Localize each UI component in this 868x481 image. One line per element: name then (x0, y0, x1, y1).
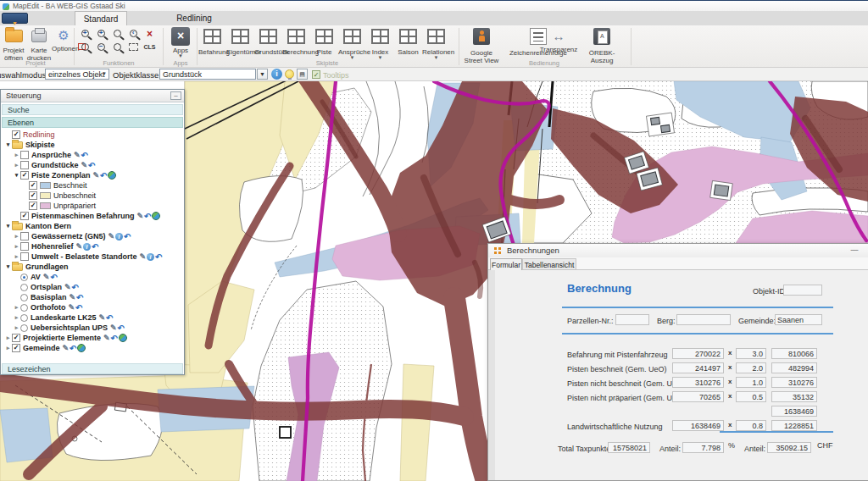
tree-item[interactable]: ✓Beschneit (2, 180, 183, 191)
info-icon[interactable]: i (147, 253, 154, 261)
calc-factor-field[interactable]: 3.0 (736, 348, 766, 359)
calc-result-field[interactable]: 1638469 (771, 406, 817, 417)
edit-icon[interactable]: ✎ (140, 252, 147, 261)
globe-icon[interactable] (108, 171, 116, 180)
application-menu-button[interactable]: ▼ (2, 13, 28, 24)
expand-arrow-icon[interactable]: ▸ (13, 304, 20, 311)
undo-icon[interactable]: ↶ (70, 344, 76, 353)
edit-icon[interactable]: ✎ (43, 273, 50, 281)
undo-icon[interactable]: ↶ (88, 161, 95, 170)
edit-icon[interactable]: ✎ (103, 334, 110, 342)
checkbox[interactable]: ✓ (20, 212, 29, 220)
expand-arrow-icon[interactable]: ▸ (13, 162, 20, 169)
undo-icon[interactable]: ↶ (100, 171, 107, 180)
dialog-minimize-button[interactable]: — (849, 245, 860, 255)
expand-arrow-icon[interactable]: ▾ (13, 172, 20, 179)
tree-item[interactable]: ▸Höhenrelief✎i↶ (2, 241, 183, 252)
tree-item[interactable]: ▸Ansprüche✎↶ (2, 150, 183, 160)
undo-icon[interactable]: ↶ (118, 323, 125, 333)
checkbox[interactable]: ✓ (20, 171, 29, 180)
expand-arrow-icon[interactable]: ▸ (4, 345, 12, 351)
edit-icon[interactable]: ✎ (68, 303, 75, 312)
export-page-button[interactable]: ▤ (297, 69, 308, 80)
expand-arrow-icon[interactable]: ▸ (4, 334, 12, 341)
radio-button[interactable] (20, 274, 28, 281)
undo-icon[interactable]: ↶ (144, 212, 151, 221)
undo-icon[interactable]: ↶ (155, 252, 162, 262)
edit-icon[interactable]: ✎ (137, 212, 144, 220)
section-suche[interactable]: Suche (2, 104, 183, 115)
tree-item[interactable]: ▾Kanton Bern (2, 221, 183, 231)
edit-icon[interactable]: ✎ (93, 171, 100, 180)
tree-item[interactable]: ▾Skipiste (2, 140, 183, 150)
ribbon-button-eigentümer[interactable]: Eigentümer (226, 26, 254, 65)
tree-item[interactable]: Ortsplan✎↶ (2, 282, 183, 292)
calc-value-field[interactable]: 1638469 (672, 420, 724, 431)
tree-item[interactable]: AV✎↶ (2, 272, 183, 282)
total-field[interactable]: 15758021 (608, 442, 650, 453)
zoom-previous-icon[interactable]: ‹ (126, 27, 141, 40)
zoom-out-icon[interactable]: − (94, 41, 108, 53)
radio-button[interactable] (20, 304, 28, 312)
checkbox[interactable]: ✓ (12, 334, 20, 342)
info-icon[interactable]: i (83, 243, 91, 251)
tree-item[interactable]: ✓Redlining (2, 130, 183, 140)
anteil-chf-field[interactable]: 35092.15 (767, 442, 811, 453)
globe-icon[interactable] (119, 334, 127, 342)
checkbox[interactable]: ✓ (12, 130, 20, 139)
checkbox[interactable]: ✓ (12, 344, 20, 352)
tab-tabellenansicht[interactable]: Tabellenansicht (522, 258, 576, 270)
expand-arrow-icon[interactable]: ▸ (13, 314, 20, 321)
edit-icon[interactable]: ✎ (76, 242, 83, 251)
calc-value-field[interactable]: 241497 (672, 362, 724, 373)
expand-arrow-icon[interactable]: ▸ (13, 152, 20, 158)
tree-item[interactable]: ▾Grundlagen (2, 262, 183, 272)
objekt-id-field[interactable] (783, 285, 822, 296)
expand-arrow-icon[interactable]: ▾ (4, 223, 12, 229)
tree-item[interactable]: ✓Pistenmaschinen Befahrung✎↶ (2, 211, 183, 221)
section-ebenen[interactable]: Ebenen (2, 117, 183, 128)
tab-formular[interactable]: Formular (490, 258, 522, 270)
expand-arrow-icon[interactable]: ▸ (13, 233, 20, 240)
calc-result-field[interactable]: 310276 (771, 377, 817, 388)
expand-arrow-icon[interactable]: ▸ (13, 243, 20, 250)
undo-icon[interactable]: ↶ (111, 334, 118, 343)
calc-result-field[interactable]: 810066 (771, 348, 817, 359)
select-rectangle-icon[interactable] (126, 41, 141, 53)
object-class-input[interactable]: Grundstück (159, 69, 256, 80)
ribbon-button-befahrung[interactable]: Befahrung (198, 26, 226, 65)
checkbox[interactable]: ✓ (29, 181, 37, 190)
calc-result-field[interactable]: 1228851 (771, 420, 817, 431)
berg-field[interactable] (676, 314, 731, 325)
tree-item[interactable]: ▸Gewässernetz (GN5)✎i↶ (2, 231, 183, 241)
tree-item[interactable]: ▸✓Projektierte Elemente✎↶ (2, 333, 183, 343)
tree-item[interactable]: ▾✓Piste Zonenplan✎↶ (2, 170, 183, 180)
tree-item[interactable]: ▸Umwelt - Belastete Standorte✎i↶ (2, 252, 183, 262)
undo-icon[interactable]: ↶ (75, 303, 82, 312)
ribbon-button-saison[interactable]: Saison (394, 26, 422, 65)
parzelle-field[interactable] (615, 314, 649, 325)
tree-item[interactable]: ▸Orthofoto✎↶ (2, 302, 183, 312)
calc-value-field[interactable]: 310276 (672, 377, 724, 388)
ribbon-button-grundstück[interactable]: Grundstück (254, 26, 282, 65)
info-icon[interactable]: i (115, 233, 123, 240)
tree-item[interactable]: ✓Unbeschneit (2, 191, 183, 201)
checkbox[interactable]: ✓ (29, 202, 37, 210)
calc-result-field[interactable]: 35132 (771, 391, 817, 402)
info-button[interactable]: i (271, 69, 282, 80)
undo-icon[interactable]: ↶ (76, 293, 83, 302)
tree-item[interactable]: ▸Landeskarte LK25✎↶ (2, 312, 183, 323)
undo-icon[interactable]: ↶ (124, 232, 131, 241)
edit-icon[interactable]: ✎ (63, 344, 70, 352)
tooltips-checkbox[interactable]: ✓ (312, 70, 320, 79)
calc-value-field[interactable]: 70265 (672, 391, 724, 402)
calc-factor-field[interactable]: 0.5 (736, 391, 766, 402)
selection-mode-dropdown[interactable]: einzelnes Objekt ▼ (45, 69, 109, 80)
edit-icon[interactable]: ✎ (108, 232, 115, 240)
tree-item[interactable]: ✓Unpräpariert (2, 201, 183, 211)
panel-minimize-button[interactable]: – (170, 91, 181, 100)
expand-arrow-icon[interactable]: ▸ (13, 253, 20, 260)
undo-icon[interactable]: ↶ (81, 151, 88, 160)
undo-icon[interactable]: ↶ (72, 283, 79, 292)
zoom-full-icon[interactable] (110, 41, 125, 53)
